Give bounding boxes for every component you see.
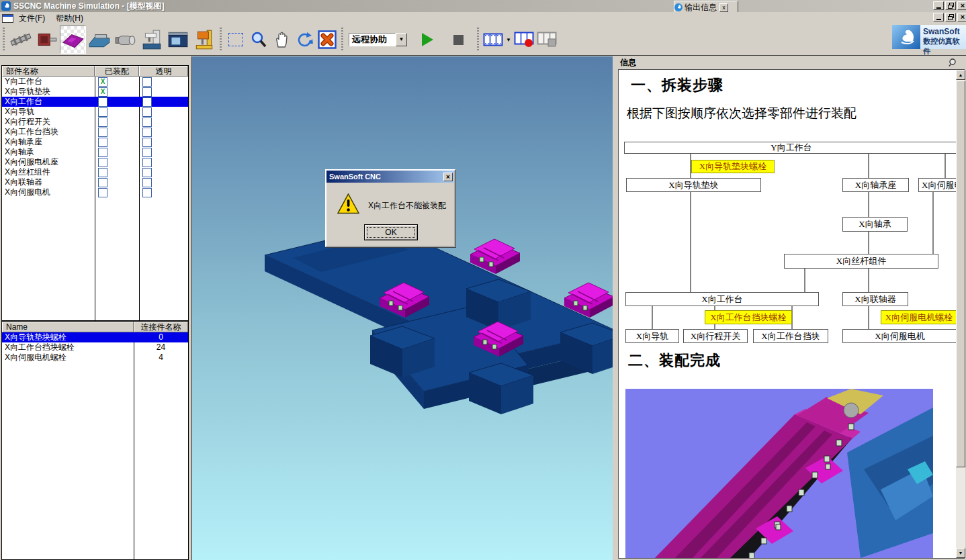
app-icon <box>1 1 11 11</box>
child-restore-button[interactable] <box>945 13 956 21</box>
drill-press-button[interactable] <box>191 26 217 54</box>
flow-box-x-table-stop-bolt: X向工作台挡块螺栓 <box>705 310 792 324</box>
fit-view-button[interactable] <box>316 27 339 52</box>
info-caption-bar: 信息 <box>617 56 966 69</box>
parts-row[interactable]: X向工作台挡块 <box>2 127 188 137</box>
section1-heading: 一、拆装步骤 <box>631 75 723 95</box>
dialog-title-bar[interactable]: SwanSoft CNC × <box>326 171 454 183</box>
headstock-button[interactable] <box>34 26 60 54</box>
zoom-button[interactable] <box>247 27 270 52</box>
flow-box-x-coupling: X向联轴器 <box>842 292 908 306</box>
output-window-close-button[interactable]: x <box>719 3 728 12</box>
assembled-checkbox[interactable] <box>98 107 107 117</box>
spindle-button[interactable] <box>112 26 138 54</box>
col-bolt-name[interactable]: Name <box>2 322 134 332</box>
dialog-message: X向工作台不能被装配 <box>368 200 446 212</box>
menu-help[interactable]: 帮助(H) <box>50 11 89 26</box>
bolts-row[interactable]: X向工作台挡块螺栓 24 <box>2 342 188 353</box>
model-viewport[interactable]: SwanSoft CNC × X向工作台不能被装配 OK <box>191 56 613 560</box>
parts-row[interactable]: X向导轨 <box>2 107 188 117</box>
close-button[interactable]: × <box>957 1 966 10</box>
film-stop-button[interactable] <box>535 27 558 52</box>
transparent-checkbox[interactable] <box>142 97 152 107</box>
menu-file[interactable]: 文件(F) <box>13 11 50 26</box>
lead-screw-button[interactable] <box>7 26 34 54</box>
transparent-checkbox[interactable] <box>142 168 152 177</box>
restore-button[interactable] <box>945 1 956 10</box>
transparent-checkbox[interactable] <box>142 148 152 157</box>
assembled-checkbox[interactable] <box>98 188 107 197</box>
remote-assist-combo[interactable]: 远程协助 ▼ <box>349 32 407 47</box>
scroll-thumb[interactable] <box>956 81 965 467</box>
film-record-button[interactable] <box>513 27 535 52</box>
select-rect-button[interactable] <box>224 27 247 52</box>
pin-icon[interactable] <box>949 58 957 66</box>
transparent-checkbox[interactable] <box>142 87 152 97</box>
parts-row-selected[interactable]: X向工作台 <box>2 97 188 107</box>
assembled-checkbox[interactable] <box>98 148 107 157</box>
restore-icon <box>948 3 954 9</box>
machine-bed-button[interactable] <box>86 26 112 54</box>
stop-button[interactable] <box>453 35 464 45</box>
transparent-checkbox[interactable] <box>142 188 152 197</box>
transparent-checkbox[interactable] <box>142 158 152 167</box>
parts-row[interactable]: X向丝杠组件 <box>2 167 188 177</box>
parts-row[interactable]: X向伺服电机座 <box>2 157 188 167</box>
assembled-checkbox[interactable] <box>98 178 107 187</box>
cnc-lathe-button[interactable] <box>165 26 191 54</box>
child-minimize-button[interactable] <box>933 13 944 21</box>
parts-row[interactable]: X向联轴器 <box>2 177 188 187</box>
minimize-icon <box>936 7 941 9</box>
assembled-checkbox[interactable]: X <box>98 77 107 87</box>
parts-panel: 部件名称 已装配 透明 Y向工作台 X X向导轨垫块 X X向工作台 <box>0 56 191 560</box>
transparent-checkbox[interactable] <box>142 128 152 137</box>
assembled-checkbox[interactable] <box>98 168 107 177</box>
parts-row[interactable]: X向行程开关 <box>2 117 188 127</box>
child-close-button[interactable]: × <box>957 13 966 21</box>
parts-row[interactable]: X向伺服电机 <box>2 187 188 197</box>
combo-arrow-icon[interactable]: ▼ <box>396 33 407 46</box>
assembled-checkbox[interactable] <box>98 118 107 127</box>
col-connector-count[interactable]: 连接件名称 <box>134 322 188 332</box>
close-icon: × <box>961 13 965 21</box>
transparent-checkbox[interactable] <box>142 107 152 117</box>
parts-row[interactable]: X向轴承 <box>2 147 188 157</box>
minimize-button[interactable] <box>933 1 944 10</box>
parts-row[interactable]: X向轴承座 <box>2 137 188 147</box>
milling-machine-button[interactable] <box>138 26 165 54</box>
parts-row[interactable]: X向导轨垫块 X <box>2 87 188 97</box>
pan-button[interactable] <box>270 27 293 52</box>
toolbar-grip[interactable] <box>341 28 343 52</box>
toolbar-grip[interactable] <box>220 28 222 52</box>
transparent-checkbox[interactable] <box>142 138 152 147</box>
scroll-down-button[interactable]: ▼ <box>956 548 965 558</box>
col-assembled[interactable]: 已装配 <box>95 66 139 77</box>
info-scrollbar[interactable]: ▲ ▼ <box>956 70 965 558</box>
parts-table-header: 部件名称 已装配 透明 <box>2 66 188 77</box>
play-button[interactable] <box>422 33 433 46</box>
film-dropdown-arrow[interactable]: ▼ <box>504 37 513 43</box>
transparent-checkbox[interactable] <box>142 178 152 187</box>
toolbar-grip[interactable] <box>3 28 5 52</box>
scroll-up-button[interactable]: ▲ <box>956 70 965 80</box>
film-button[interactable] <box>482 27 504 52</box>
col-part-name[interactable]: 部件名称 <box>2 66 95 77</box>
assembled-checkbox[interactable] <box>98 128 107 137</box>
bolts-row[interactable]: X向伺服电机螺栓 4 <box>2 353 188 363</box>
assembled-checkbox[interactable] <box>98 158 107 167</box>
ok-button[interactable]: OK <box>364 224 418 240</box>
assembled-checkbox[interactable] <box>98 138 107 147</box>
parts-row[interactable]: Y向工作台 X <box>2 77 188 87</box>
rotate-button[interactable] <box>293 27 316 52</box>
col-transparent[interactable]: 透明 <box>139 66 188 77</box>
transparent-checkbox[interactable] <box>142 77 152 87</box>
worktable-button[interactable] <box>60 26 86 54</box>
bolts-row-selected[interactable]: X向导轨垫块螺栓 0 <box>2 332 188 342</box>
film-stop-icon <box>537 32 557 48</box>
assembled-checkbox[interactable]: X <box>98 87 107 97</box>
transparent-checkbox[interactable] <box>142 118 152 127</box>
dialog-close-button[interactable]: × <box>443 173 453 181</box>
mdi-child-icon[interactable] <box>2 14 13 23</box>
assembled-checkbox[interactable] <box>98 97 107 107</box>
toolbar-grip[interactable] <box>477 28 479 52</box>
